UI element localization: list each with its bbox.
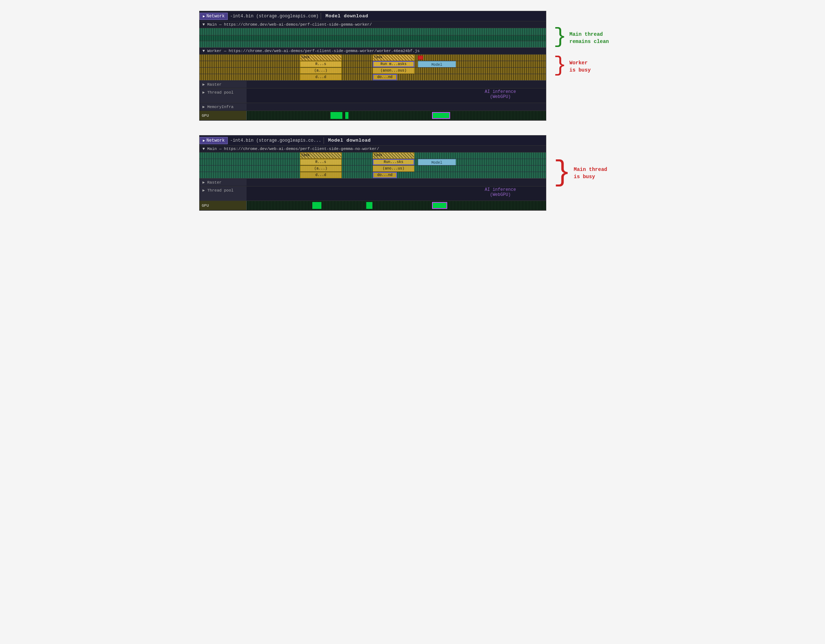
worker-dd-row: d...d do...nd — [199, 74, 546, 80]
main-dd-row: d...d do...nd — [199, 172, 546, 179]
model-prep-label-1: Modelpreparation — [425, 63, 449, 68]
main-thread-bar-1b — [199, 36, 546, 41]
worker-brace: } — [553, 58, 567, 73]
worker-text: Worker is busy — [569, 60, 591, 74]
main-url-text-1: ▼ Main — https://chrome.dev/web-ai-demos… — [202, 22, 372, 27]
main-thread-text-2: Main thread is busy — [574, 166, 607, 180]
worker-url-row-1: ▼ Worker — https://chrome.dev/web-ai-dem… — [199, 48, 546, 54]
thread-pool-content-1: AI inference(WebGPU) — [247, 88, 546, 103]
gpu-highlighted-2 — [432, 202, 447, 209]
p2-anon-us-bar: (ano...us) — [373, 165, 414, 171]
dd-label: d...d — [315, 75, 326, 79]
anon-ous-label: (anon...ous) — [380, 69, 406, 73]
a-label: (a...) — [314, 69, 327, 73]
network-row-1: ▶ Network -int4.bin (storage.googleapis.… — [199, 11, 546, 21]
main-thread-brace-2: } — [553, 163, 571, 183]
p2-run-sks-bar: Run...sks — [373, 159, 414, 165]
p2-rs-bar: R...s — [300, 159, 341, 165]
gpu-highlighted-1 — [432, 112, 450, 119]
worker-anon-row: (a...) (anon...ous) — [199, 68, 546, 74]
task2-label-1: Task — [373, 55, 383, 60]
ai-inference-label-2: AI inference(WebGPU) — [485, 187, 516, 197]
run-masks-label: Run m...asks — [380, 62, 406, 66]
p2-dd-label: d...d — [315, 173, 326, 177]
task1-label-1: Task — [300, 55, 311, 60]
network-text-1: Network — [206, 14, 224, 19]
main-url-row-1: ▼ Main — https://chrome.dev/web-ai-demos… — [199, 21, 546, 28]
network-label-1: ▶ Network — [199, 12, 228, 20]
main-thread-bar-1c — [199, 41, 546, 47]
main-rs-row: R...s Run...sks Modelpreparation — [199, 159, 546, 165]
main-thread-annotation-2: } Main thread is busy — [553, 166, 626, 183]
p2-dd-bar: d...d — [300, 172, 341, 178]
main-thread-row-1b — [199, 36, 546, 41]
p2-task2-bar: Task — [373, 153, 414, 159]
worker-url-text-1: ▼ Worker — https://chrome.dev/web-ai-dem… — [202, 49, 420, 53]
model-download-1: Model download — [321, 12, 372, 20]
main-thread-row-1c — [199, 41, 546, 48]
network-filename-1: -int4.bin (storage.googleapis.com) — [228, 13, 321, 20]
main-thread-brace: } — [553, 29, 567, 45]
ai-inference-label-1: AI inference(WebGPU) — [485, 89, 516, 99]
task1-bar-1: Task — [300, 54, 341, 61]
run-masks-bar: Run m...asks — [373, 61, 414, 67]
main-thread-bar-1a — [199, 28, 546, 35]
thread-pool-row-1: ▶ Thread pool AI inference(WebGPU) — [199, 88, 546, 103]
gpu-row-1: GPU — [199, 111, 546, 120]
p2-run-sks-label: Run...sks — [383, 160, 403, 164]
p2-rs-label: R...s — [315, 160, 326, 164]
p2-a-label: (a...) — [314, 167, 327, 171]
main-url-text-2: ▼ Main — https://chrome.dev/web-ai-demos… — [202, 147, 379, 151]
dond-bar: do...nd — [373, 74, 397, 80]
worker-annotation: } Worker is busy — [553, 60, 626, 74]
dd-bar: d...d — [300, 74, 341, 80]
network-filename-2: -int4.bin (storage.googleapis.co... — [228, 137, 324, 144]
a-bar: (a...) — [300, 68, 341, 74]
rs-bar: R...s — [300, 61, 341, 67]
raster-label-1[interactable]: ▶ Raster — [199, 81, 247, 88]
gpu-green-1a — [331, 112, 342, 119]
model-download-2: Model download — [324, 137, 375, 144]
p2-anon-us-label: (ano...us) — [383, 167, 404, 171]
main-thread-row-1a — [199, 28, 546, 36]
thread-pool-label-1[interactable]: ▶ Thread pool — [199, 88, 247, 103]
raster-label-2[interactable]: ▶ Raster — [199, 179, 247, 186]
anon-ous-bar: (anon...ous) — [373, 68, 414, 74]
red-block-1 — [418, 56, 423, 60]
p2-task1-bar: Task — [300, 153, 341, 159]
memory-infra-label-1[interactable]: ▶ MemoryInfra — [199, 103, 247, 110]
network-text-2: Network — [206, 138, 224, 143]
p2-task2-label: Task — [373, 153, 383, 158]
main-thread-annotation: } Main thread remains clean — [553, 31, 626, 45]
main-thread-text: Main thread remains clean — [569, 31, 609, 45]
model-prep-label-2: Modelpreparation — [425, 161, 449, 165]
p2-task1-label: Task — [300, 153, 311, 158]
gpu-content-1 — [247, 111, 546, 120]
gpu-green-1b — [345, 112, 348, 119]
p2-dond-bar: do...nd — [373, 172, 397, 178]
main-task-row-1: Task Task — [199, 153, 546, 159]
network-row-2: ▶ Network -int4.bin (storage.googleapis.… — [199, 136, 546, 146]
panel2-annotations: } Main thread is busy — [553, 135, 626, 183]
gpu-label-1: GPU — [199, 111, 247, 120]
network-label-2: ▶ Network — [199, 137, 228, 144]
p2-a-bar: (a...) — [300, 165, 341, 171]
worker-rs-row: R...s Run m...asks Modelpreparation — [199, 61, 546, 68]
panel1-trace: ▶ Network -int4.bin (storage.googleapis.… — [199, 11, 546, 121]
play-icon-1: ▶ — [203, 14, 205, 19]
play-icon-2: ▶ — [203, 138, 205, 143]
model-prep-box-1: Modelpreparation — [418, 61, 456, 68]
rs-label: R...s — [315, 62, 326, 66]
model-prep-box-2: Modelpreparation — [418, 159, 456, 165]
raster-row-2: ▶ Raster — [199, 179, 546, 187]
dond-label: do...nd — [377, 75, 392, 79]
panel1-container: ▶ Network -int4.bin (storage.googleapis.… — [199, 11, 626, 121]
raster-row-1: ▶ Raster — [199, 80, 546, 88]
task2-bar-1: Task — [373, 54, 414, 61]
gpu-green-2b — [366, 202, 372, 209]
gpu-row-2: GPU — [199, 201, 546, 210]
thread-pool-row-2: ▶ Thread pool AI inference(WebGPU) — [199, 187, 546, 201]
panel2-trace: ▶ Network -int4.bin (storage.googleapis.… — [199, 135, 546, 211]
thread-pool-label-2[interactable]: ▶ Thread pool — [199, 187, 247, 201]
gpu-green-2a — [312, 202, 321, 209]
